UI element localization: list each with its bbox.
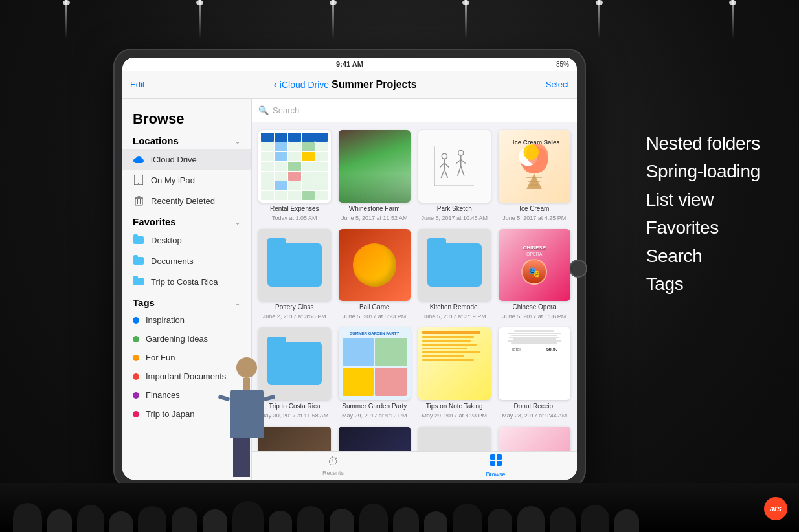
audience-area bbox=[0, 483, 799, 532]
trip-costa-rica-fav-label: Trip to Costa Rica bbox=[151, 277, 218, 287]
file-item-tips-note-taking[interactable]: Tips on Note Taking May 29, 2017 at 8:23… bbox=[418, 327, 491, 419]
svg-rect-31 bbox=[497, 454, 502, 460]
inspiration-label: Inspiration bbox=[146, 315, 185, 325]
svg-line-17 bbox=[458, 166, 461, 176]
sidebar-tag-gardening[interactable]: Gardening Ideas bbox=[122, 329, 251, 348]
desktop-folder-icon bbox=[133, 234, 144, 246]
park-sketch-thumb bbox=[418, 130, 491, 203]
light-beam bbox=[598, 0, 600, 39]
presenter-leg-left bbox=[233, 438, 250, 477]
ice-cream-name: Ice Cream bbox=[519, 205, 549, 212]
favorites-title: Favorites bbox=[133, 216, 176, 227]
finances-dot bbox=[133, 392, 139, 399]
audience-head bbox=[138, 506, 166, 532]
summer-garden-party-thumb: SUMMER GARDEN PARTY bbox=[339, 327, 411, 400]
file-item-donut-receipt[interactable]: Total $8.50 Donut Receipt May 23, 2017 a… bbox=[499, 327, 571, 419]
park-sketch-name: Park Sketch bbox=[437, 205, 472, 212]
pottery-class-date: June 2, 2017 at 3:55 PM bbox=[263, 313, 326, 320]
file-item-park-sketch[interactable]: Park Sketch June 5, 2017 at 10:46 AM bbox=[418, 130, 491, 221]
audience-head bbox=[393, 507, 419, 532]
home-button[interactable] bbox=[569, 260, 587, 278]
file-item-kitchen-remodel[interactable]: Kitchen Remodel June 5, 2017 at 3:19 PM bbox=[418, 229, 491, 320]
tips-note-taking-date: May 29, 2017 at 8:23 PM bbox=[422, 412, 487, 419]
kitchen-remodel-thumb bbox=[418, 229, 491, 302]
back-chevron-icon[interactable]: ‹ bbox=[274, 79, 277, 91]
ceiling-lights bbox=[0, 0, 799, 52]
sidebar-item-icloud-drive[interactable]: iCloud Drive bbox=[122, 149, 251, 170]
whinestone-farm-thumb bbox=[339, 130, 411, 203]
file-item-summer-garden-party[interactable]: SUMMER GARDEN PARTY Summer Garde bbox=[339, 327, 411, 419]
feature-list-view: List view bbox=[646, 186, 760, 214]
tags-section-header: Tags ⌄ bbox=[122, 292, 251, 311]
finances-label: Finances bbox=[146, 390, 180, 400]
file-area: 🔍 Search bbox=[252, 99, 577, 480]
icloud-icon bbox=[133, 153, 144, 165]
status-bar-right: 85% bbox=[556, 61, 569, 68]
svg-point-1 bbox=[138, 183, 139, 184]
ipad-device-icon bbox=[133, 174, 144, 186]
file-item-blank bbox=[418, 427, 491, 452]
audience-head bbox=[424, 511, 447, 532]
sidebar-item-documents[interactable]: Documents bbox=[122, 250, 251, 271]
status-bar: 9:41 AM 85% bbox=[122, 58, 577, 71]
sidebar-item-recently-deleted[interactable]: Recently Deleted bbox=[122, 190, 251, 211]
icloud-drive-label: iCloud Drive bbox=[151, 155, 197, 164]
locations-section-header: Locations ⌄ bbox=[122, 130, 251, 149]
recents-label: Recents bbox=[322, 470, 344, 476]
file-item-whinestone-farm[interactable]: Whinestone Farm June 5, 2017 at 11:52 AM bbox=[339, 130, 411, 221]
file-item-ball-game[interactable]: Ball Game June 5, 2017 at 5:23 PM bbox=[339, 229, 411, 320]
file-item-dark1[interactable] bbox=[258, 427, 331, 452]
ball-game-thumb bbox=[339, 229, 411, 302]
whinestone-farm-name: Whinestone Farm bbox=[349, 205, 400, 212]
sidebar-tag-inspiration[interactable]: Inspiration bbox=[122, 311, 251, 329]
file-item-trip-costa-rica[interactable]: Trip to Costa Rica May 30, 2017 at 11:58… bbox=[258, 327, 331, 419]
inspiration-dot bbox=[133, 317, 139, 324]
file-item-dark3[interactable] bbox=[499, 427, 571, 452]
recently-deleted-label: Recently Deleted bbox=[151, 196, 215, 206]
ipad-container: 9:41 AM 85% Edit ‹ iCloud Drive Summer P… bbox=[113, 49, 586, 489]
file-item-dark2[interactable] bbox=[339, 427, 411, 452]
audience-head bbox=[330, 509, 354, 532]
ipad-screen: 9:41 AM 85% Edit ‹ iCloud Drive Summer P… bbox=[122, 58, 577, 480]
on-my-ipad-label: On My iPad bbox=[151, 175, 195, 185]
audience-head bbox=[13, 503, 42, 532]
donut-receipt-date: May 23, 2017 at 9:44 AM bbox=[502, 412, 567, 419]
feature-favorites: Favorites bbox=[646, 214, 760, 241]
file-item-ice-cream[interactable]: Ice Cream Sales bbox=[499, 130, 571, 221]
svg-line-12 bbox=[445, 170, 448, 178]
donut-receipt-thumb: Total $8.50 bbox=[499, 327, 571, 400]
dark3-thumb bbox=[499, 427, 571, 452]
trip-costa-rica-name: Trip to Costa Rica bbox=[269, 403, 321, 410]
svg-point-9 bbox=[442, 153, 447, 159]
nav-parent-title[interactable]: iCloud Drive bbox=[280, 80, 329, 90]
file-grid: Rental Expenses Today at 1:05 AM Whinest… bbox=[252, 122, 577, 451]
nav-bar: Edit ‹ iCloud Drive Summer Projects Sele… bbox=[122, 71, 577, 99]
ars-logo: ars bbox=[764, 497, 787, 520]
feature-search: Search bbox=[646, 242, 760, 270]
search-bar: 🔍 Search bbox=[252, 99, 577, 122]
audience-head bbox=[550, 507, 576, 532]
sidebar-item-trip-costa-rica-fav[interactable]: Trip to Costa Rica bbox=[122, 271, 251, 292]
svg-line-11 bbox=[441, 170, 444, 178]
sidebar-item-on-my-ipad[interactable]: On My iPad bbox=[122, 170, 251, 190]
tab-browse[interactable]: Browse bbox=[414, 454, 577, 478]
sidebar-item-desktop[interactable]: Desktop bbox=[122, 230, 251, 250]
svg-line-13 bbox=[440, 163, 444, 168]
file-item-rental-expenses[interactable]: Rental Expenses Today at 1:05 AM bbox=[258, 130, 331, 221]
file-item-pottery-class[interactable]: Pottery Class June 2, 2017 at 3:55 PM bbox=[258, 229, 331, 320]
search-input[interactable]: Search bbox=[273, 105, 299, 115]
chinese-opera-thumb: CHINESE OPERA 🎭 bbox=[499, 229, 571, 302]
ipad-device: 9:41 AM 85% Edit ‹ iCloud Drive Summer P… bbox=[113, 49, 586, 489]
tips-note-taking-thumb bbox=[418, 327, 491, 400]
chinese-opera-date: June 5, 2017 at 1:56 PM bbox=[502, 313, 566, 320]
trip-costa-rica-thumb bbox=[258, 327, 331, 400]
kitchen-remodel-name: Kitchen Remodel bbox=[430, 304, 479, 311]
edit-button[interactable]: Edit bbox=[130, 80, 144, 89]
file-item-chinese-opera[interactable]: CHINESE OPERA 🎭 Chinese Opera bbox=[499, 229, 571, 320]
summer-garden-party-name: Summer Garden Party bbox=[342, 403, 407, 410]
tab-recents[interactable]: ⏱ Recents bbox=[252, 455, 414, 476]
presenter-torso bbox=[230, 390, 264, 438]
light-beam bbox=[332, 0, 334, 39]
select-button[interactable]: Select bbox=[546, 80, 569, 89]
search-icon: 🔍 bbox=[258, 105, 269, 115]
